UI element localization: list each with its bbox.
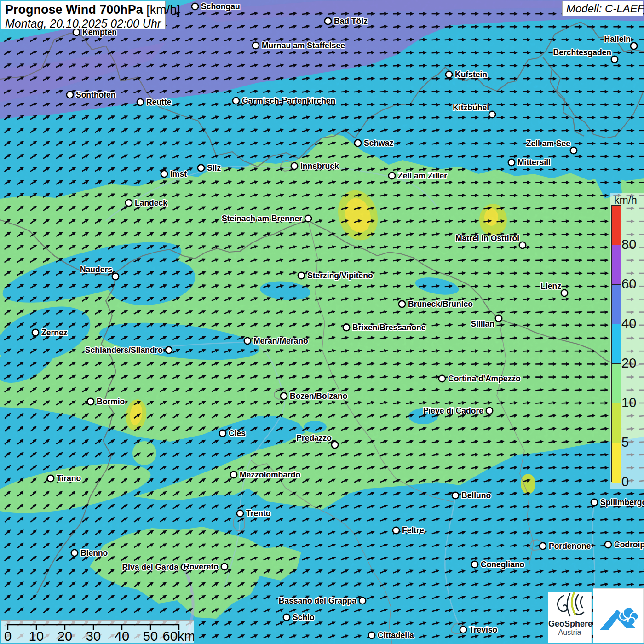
city-brixen-bressanone: Brixen/Bressanone (343, 323, 426, 332)
city-bassano-del-grappa: Bassano del Grappa (279, 596, 366, 605)
legend-tick-10: 10 (621, 396, 643, 409)
city-pieve-di-cadore: Pieve di Cadore (423, 406, 493, 415)
city-label: Treviso (469, 625, 497, 634)
city-marker (472, 561, 478, 568)
city-label: Riva del Garda (122, 563, 178, 572)
city-marker (221, 564, 228, 570)
legend-tick-40: 40 (621, 317, 643, 330)
city-marker (489, 111, 495, 118)
legend-segment-20 (612, 324, 621, 364)
city-cortina-d-ampezzo: Cortina d'Ampezzo (439, 374, 521, 383)
city-bruneck-brunico: Bruneck/Brunico (399, 299, 473, 309)
city-marker (219, 430, 226, 437)
city-marker (291, 163, 298, 169)
legend-segment-10 (612, 364, 621, 403)
city-marker (486, 408, 493, 414)
city-cles: Cles (219, 429, 246, 438)
city-marker (591, 499, 598, 506)
legend-tick-5: 5 (621, 436, 643, 449)
city-marker (47, 475, 54, 482)
city-label: Kitzbühel (453, 103, 489, 112)
legend-segment-5 (612, 403, 621, 443)
city-label: Steinach am Brenner (222, 214, 302, 223)
scalebar-label-20: 20 (58, 629, 72, 643)
city-marker (439, 375, 445, 382)
city-label: Zell am Ziller (398, 171, 447, 180)
city-label: Schlanders/Silandro (85, 345, 163, 355)
city-label: Bruneck/Brunico (408, 299, 473, 309)
city-marker (32, 329, 39, 336)
map-datetime: Montag, 20.10.2025 02:00 Uhr (5, 17, 161, 30)
mountain-cloud-icon (593, 589, 643, 643)
city-label: Sonthofen (76, 90, 116, 99)
city-marker (161, 171, 167, 177)
city-marker (631, 43, 637, 49)
city-marker (389, 172, 395, 179)
city-marker (67, 92, 73, 98)
city-schlanders-silandro: Schlanders/Silandro (85, 345, 172, 355)
legend-color-bar (611, 205, 621, 482)
city-marker (244, 338, 251, 344)
scalebar-label-10: 10 (29, 629, 44, 643)
city-label: Trento (246, 509, 270, 518)
city-label: Bozen/Bolzano (290, 391, 347, 401)
city-label: Rovereto (184, 562, 218, 571)
city-steinach-am-brenner: Steinach am Brenner (222, 214, 311, 223)
city-sterzing-vipiteno: Sterzing/Vipiteno (298, 271, 373, 280)
scalebar-ruler: 0102030405060km (1, 621, 194, 643)
city-marker (343, 324, 350, 331)
city-label: Pordenone (549, 541, 591, 551)
city-label: Zernez (41, 328, 68, 337)
city-label: Cortina d'Ampezzo (448, 374, 521, 383)
city-reutte: Reutte (137, 98, 172, 107)
geosphere-logo-icon (550, 592, 590, 619)
city-marker (359, 598, 366, 604)
city-label: Landeck (135, 198, 167, 207)
scalebar-label-30: 30 (86, 629, 101, 643)
city-trento: Trento (237, 509, 271, 518)
city-marker (283, 614, 290, 621)
city-label: Kufstein (455, 70, 487, 79)
city-label: Imst (170, 169, 187, 178)
city-label: Murnau am Staffelsee (262, 41, 345, 50)
city-marker (540, 543, 546, 549)
city-label: Cles (229, 429, 246, 438)
city-marker (87, 398, 94, 405)
geosphere-logo: GeoSphere Austria (548, 592, 592, 643)
city-label: Nauders (80, 265, 112, 274)
city-bienno: Bienno (71, 548, 108, 558)
scalebar-label-60km: 60km (163, 629, 194, 643)
scalebar-label-0: 0 (4, 629, 12, 643)
city-label: Bormio (97, 397, 125, 406)
scalebar-label-50: 50 (143, 629, 158, 643)
city-schio: Schio (283, 613, 315, 622)
city-silz: Silz (198, 163, 221, 172)
city-label: Lienz (540, 282, 561, 291)
city-marker (237, 510, 243, 517)
city-label: Tirano (57, 474, 81, 483)
city-marker (137, 99, 144, 105)
city-marker (393, 527, 399, 534)
city-feltre: Feltre (393, 526, 424, 535)
city-marker (460, 627, 466, 633)
city-label: Zell am See (526, 139, 571, 148)
city-marker (166, 347, 172, 353)
title-box: Prognose Wind 700hPa [km/h] Montag, 20.1… (1, 1, 166, 29)
city-label: Sillian (471, 319, 494, 328)
city-label: Berchtesgaden (553, 48, 611, 57)
city-marker (192, 3, 198, 10)
city-marker (253, 42, 259, 49)
city-tirano: Tirano (47, 474, 81, 483)
city-garmisch-partenkirchen: Garmisch-Partenkirchen (233, 96, 335, 105)
color-legend: km/h 806040201050 (610, 193, 644, 489)
city-label: Meran/Merano (253, 336, 308, 345)
city-marker (233, 98, 239, 104)
legend-tick-80: 80 (621, 238, 643, 251)
city-marker (611, 56, 618, 63)
legend-segment-80 (612, 206, 621, 245)
city-marker (446, 71, 452, 78)
legend-segment-0 (612, 443, 621, 483)
scalebar-label-40: 40 (115, 629, 129, 643)
city-label: Reutte (146, 98, 172, 107)
city-label: Garmisch-Partenkirchen (242, 96, 335, 105)
